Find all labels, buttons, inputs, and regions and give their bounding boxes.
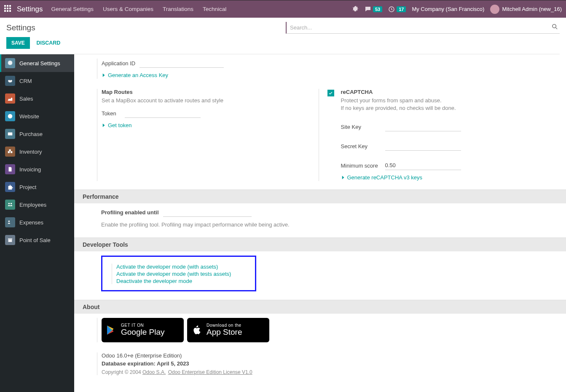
svg-point-2: [8, 114, 13, 119]
page-title: Settings: [6, 23, 35, 32]
search-icon[interactable]: [552, 24, 558, 31]
min-score-label: Minimum score: [341, 163, 381, 169]
profiling-input[interactable]: [163, 208, 252, 217]
save-button[interactable]: SAVE: [6, 37, 30, 49]
site-key-label: Site Key: [341, 124, 381, 130]
activate-dev-assets-link[interactable]: Activate the developer mode (with assets…: [116, 264, 246, 270]
sidebar-item-invoicing[interactable]: Invoicing: [0, 160, 74, 178]
app-store-button[interactable]: Download on the App Store: [187, 318, 269, 342]
map-routes-setting: Map Routes Set a MapBox account to activ…: [97, 89, 310, 181]
generate-recaptcha-link[interactable]: Generate reCAPTCHA v3 keys: [341, 174, 422, 181]
map-routes-desc: Set a MapBox account to activate routes …: [102, 97, 310, 104]
svg-rect-3: [8, 133, 13, 136]
svg-point-7: [8, 203, 10, 205]
sidebar-label: CRM: [19, 78, 32, 84]
activity-icon[interactable]: 17: [388, 6, 406, 13]
nav-users-companies[interactable]: Users & Companies: [103, 6, 153, 12]
nav-general-settings[interactable]: General Settings: [51, 6, 94, 12]
performance-header: Performance: [74, 189, 566, 203]
recaptcha-desc2: If no keys are provided, no checks will …: [341, 104, 550, 112]
sidebar-label: Point of Sale: [19, 237, 51, 243]
sidebar-label: General Settings: [19, 60, 60, 67]
settings-content: Application ID Generate an Access Key Ma…: [74, 54, 566, 392]
nav-technical[interactable]: Technical: [203, 6, 226, 12]
recaptcha-title: reCAPTCHA: [341, 89, 550, 95]
app-store-small: Download on the: [207, 323, 242, 328]
discuss-badge: 53: [373, 6, 382, 12]
action-bar: Settings SAVE DISCARD: [0, 18, 566, 54]
odoo-sa-link[interactable]: Odoo S.A.: [142, 369, 166, 375]
avatar: [490, 5, 499, 14]
sidebar-item-pos[interactable]: Point of Sale: [0, 231, 74, 249]
token-input[interactable]: [125, 109, 201, 118]
money-icon: [5, 217, 15, 227]
get-token-link[interactable]: Get token: [102, 122, 131, 128]
svg-point-1: [553, 24, 556, 28]
recaptcha-setting: reCAPTCHA Protect your forms from spam a…: [319, 89, 550, 181]
user-menu[interactable]: Mitchell Admin (new_16): [490, 5, 562, 14]
sidebar-item-project[interactable]: Project: [0, 178, 74, 196]
recaptcha-checkbox[interactable]: [327, 90, 334, 96]
developer-header: Developer Tools: [74, 237, 566, 251]
discard-button[interactable]: DISCARD: [31, 37, 65, 49]
activate-dev-tests-link[interactable]: Activate the developer mode (with tests …: [116, 271, 246, 277]
sidebar-label: Inventory: [19, 149, 42, 155]
google-play-small: GET IT ON: [121, 323, 165, 328]
google-play-icon: [106, 324, 117, 336]
token-label: Token: [102, 110, 121, 117]
secret-key-input[interactable]: [385, 141, 461, 151]
sidebar-label: Invoicing: [19, 166, 41, 173]
svg-rect-6: [9, 149, 11, 151]
search-input[interactable]: [286, 22, 560, 34]
map-routes-title: Map Routes: [102, 89, 310, 95]
sidebar-item-inventory[interactable]: Inventory: [0, 143, 74, 160]
generate-access-key-link[interactable]: Generate an Access Key: [102, 72, 168, 78]
copyright-text: Copyright © 2004 Odoo S.A. Odoo Enterpri…: [102, 369, 549, 375]
apple-icon: [191, 324, 202, 336]
activity-badge: 17: [397, 6, 406, 12]
svg-point-9: [8, 221, 10, 222]
sidebar-label: Website: [19, 113, 39, 120]
apps-icon[interactable]: [4, 5, 13, 13]
user-name: Mitchell Admin (new_16): [502, 6, 562, 12]
puzzle-icon: [5, 182, 15, 192]
sidebar-label: Purchase: [19, 131, 43, 137]
svg-point-8: [11, 203, 12, 205]
version-text: Odoo 16.0+e (Enterprise Edition): [102, 352, 549, 359]
sidebar-label: Project: [19, 184, 36, 190]
chart-icon: [5, 93, 15, 104]
sidebar-item-employees[interactable]: Employees: [0, 196, 74, 213]
about-header: About: [74, 300, 566, 314]
license-link[interactable]: Odoo Enterprise Edition License V1.0: [168, 369, 252, 375]
document-icon: [5, 164, 15, 174]
deactivate-dev-link[interactable]: Deactivate the developer mode: [116, 278, 246, 284]
profiling-desc: Enable the profiling tool. Profiling may…: [101, 221, 333, 229]
application-id-input[interactable]: [139, 59, 224, 68]
sidebar-label: Sales: [19, 96, 33, 102]
sidebar-item-general[interactable]: General Settings: [0, 54, 74, 72]
navbar-brand[interactable]: Settings: [17, 5, 43, 13]
debug-icon[interactable]: [352, 5, 359, 13]
recaptcha-desc1: Protect your forms from spam and abuse.: [341, 97, 550, 104]
top-navbar: Settings General Settings Users & Compan…: [0, 0, 566, 18]
sidebar-item-expenses[interactable]: Expenses: [0, 213, 74, 231]
sidebar-label: Expenses: [19, 219, 43, 226]
sidebar-item-purchase[interactable]: Purchase: [0, 125, 74, 143]
secret-key-label: Secret Key: [341, 143, 381, 149]
settings-sidebar: General Settings CRM Sales Website Purch…: [0, 54, 74, 392]
store-icon: [5, 235, 15, 245]
sidebar-item-website[interactable]: Website: [0, 107, 74, 125]
nav-translations[interactable]: Translations: [163, 6, 193, 12]
sidebar-item-sales[interactable]: Sales: [0, 90, 74, 107]
gear-icon: [5, 58, 15, 68]
expiration-text: Database expiration: April 5, 2023: [102, 360, 549, 367]
min-score-input[interactable]: [385, 161, 461, 170]
sidebar-label: Employees: [19, 202, 46, 208]
sidebar-item-crm[interactable]: CRM: [0, 72, 74, 90]
google-play-button[interactable]: GET IT ON Google Play: [102, 318, 184, 342]
google-play-big: Google Play: [121, 328, 165, 337]
discuss-icon[interactable]: 53: [365, 6, 382, 13]
card-icon: [5, 129, 15, 139]
site-key-input[interactable]: [385, 122, 461, 131]
company-selector[interactable]: My Company (San Francisco): [412, 6, 484, 12]
